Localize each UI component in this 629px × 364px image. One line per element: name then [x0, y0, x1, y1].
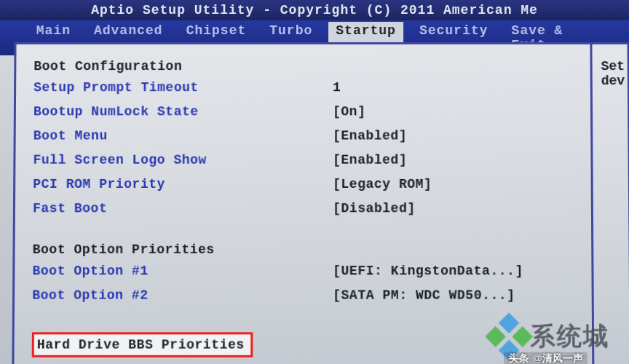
submenu-hard-drive-bbs-priorities[interactable]: Hard Drive BBS Priorities: [32, 332, 253, 357]
help-panel: Set dev: [590, 42, 629, 364]
setting-setup-prompt-timeout[interactable]: Setup Prompt Timeout 1: [33, 78, 573, 98]
setting-label: Boot Menu: [33, 126, 333, 146]
setting-label: Fast Boot: [33, 199, 333, 218]
setting-value: 1: [333, 78, 341, 98]
setting-boot-option-1[interactable]: Boot Option #1 [UEFI: KingstonData...]: [32, 261, 574, 281]
boot-config-heading: Boot Configuration: [33, 59, 572, 74]
setting-value: [Disabled]: [333, 199, 416, 218]
setting-value: [Enabled]: [333, 151, 407, 170]
setting-label: Full Screen Logo Show: [33, 151, 333, 170]
setting-full-screen-logo[interactable]: Full Screen Logo Show [Enabled]: [33, 151, 573, 170]
watermark-text: 系统城: [530, 320, 609, 354]
setting-bootup-numlock[interactable]: Bootup NumLock State [On]: [33, 102, 573, 122]
watermark-logo: 系统城: [492, 320, 610, 354]
setting-boot-option-2[interactable]: Boot Option #2 [SATA PM: WDC WD50...]: [32, 285, 574, 305]
setting-label: Bootup NumLock State: [33, 102, 333, 122]
bios-title-bar: Aptio Setup Utility - Copyright (C) 2011…: [0, 0, 629, 20]
setting-label: Boot Option #2: [32, 285, 333, 305]
setting-label: PCI ROM Priority: [33, 175, 333, 194]
setting-value: [Enabled]: [333, 126, 407, 146]
setting-boot-menu[interactable]: Boot Menu [Enabled]: [33, 126, 574, 146]
setting-value: [SATA PM: WDC WD50...]: [333, 285, 515, 305]
setting-pci-rom-priority[interactable]: PCI ROM Priority [Legacy ROM]: [33, 175, 573, 194]
setting-label: Boot Option #1: [32, 261, 333, 281]
setting-label: Setup Prompt Timeout: [33, 78, 333, 98]
watermark-subtext: 头条 @清风一声: [505, 352, 588, 364]
setting-fast-boot[interactable]: Fast Boot [Disabled]: [33, 199, 574, 218]
setting-value: [Legacy ROM]: [333, 175, 432, 194]
setting-value: [On]: [333, 102, 365, 122]
help-text-line: dev: [601, 74, 619, 88]
help-text-line: Set: [601, 59, 619, 74]
boot-priorities-heading: Boot Option Priorities: [33, 242, 574, 257]
setting-value: [UEFI: KingstonData...]: [333, 261, 523, 281]
